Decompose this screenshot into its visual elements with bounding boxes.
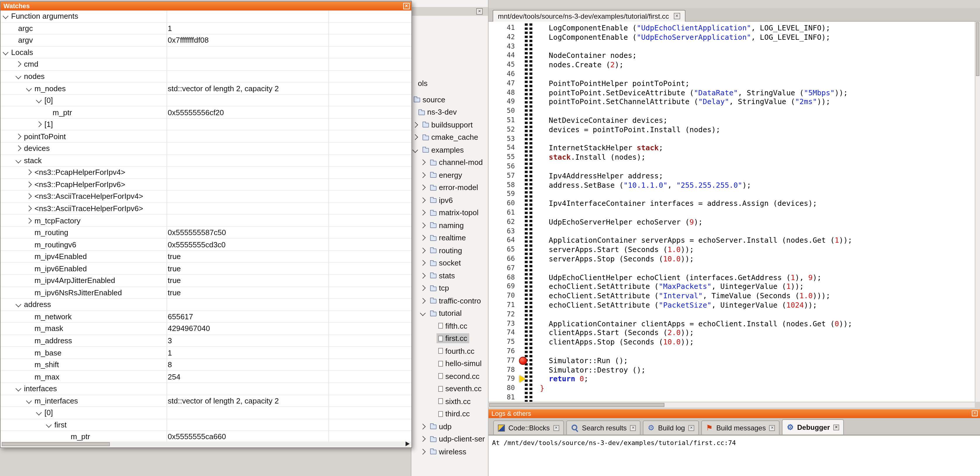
watch-row[interactable]: m_ptr0x55555556cf20: [1, 107, 411, 119]
line-number[interactable]: 63: [488, 227, 519, 236]
watch-row[interactable]: m_routingv60x5555555cd3c0: [1, 239, 411, 251]
line-number[interactable]: 73: [488, 319, 519, 328]
chevron-right-icon[interactable]: [420, 285, 426, 291]
code-line[interactable]: 66 serverApps.Stop (Seconds (10.0));: [488, 254, 975, 264]
tree-item[interactable]: tcp: [411, 282, 488, 294]
watch-row[interactable]: <ns3::AsciiTraceHelperForIpv6>: [1, 203, 411, 215]
watch-row[interactable]: m_mask4294967040: [1, 323, 411, 335]
chevron-right-icon[interactable]: [420, 273, 426, 278]
watch-row[interactable]: m_interfacesstd::vector of length 2, cap…: [1, 395, 411, 407]
close-icon[interactable]: ×: [688, 425, 694, 431]
chevron-down-icon[interactable]: [36, 97, 42, 103]
chevron-right-icon[interactable]: [26, 182, 32, 187]
chevron-right-icon[interactable]: [412, 121, 418, 128]
watch-row[interactable]: [1]: [1, 119, 411, 131]
watch-row[interactable]: <ns3::AsciiTraceHelperForIpv4>: [1, 191, 411, 203]
chevron-right-icon[interactable]: [420, 172, 426, 178]
tree-item[interactable]: ns-3-dev: [411, 106, 488, 118]
line-number[interactable]: 75: [488, 337, 519, 347]
code-line[interactable]: 57 Ipv4AddressHelper address;: [488, 171, 975, 181]
tree-item[interactable]: routing: [411, 244, 488, 256]
code-line[interactable]: 45 nodes.Create (2);: [488, 60, 975, 70]
watch-row[interactable]: stack: [1, 155, 411, 167]
code-line[interactable]: 79 return 0;: [488, 375, 975, 384]
line-number[interactable]: 48: [488, 88, 519, 97]
code-line[interactable]: 70 echoClient.SetAttribute ("Interval", …: [488, 291, 975, 300]
tree-item[interactable]: error-model: [411, 182, 488, 193]
line-number[interactable]: 41: [488, 23, 519, 33]
tree-item[interactable]: stats: [411, 270, 488, 281]
watch-row[interactable]: pointToPoint: [1, 131, 411, 143]
code-line[interactable]: 74 clientApps.Start (Seconds (2.0));: [488, 328, 975, 338]
watch-row[interactable]: m_network655617: [1, 311, 411, 323]
watch-row[interactable]: cmd: [1, 59, 411, 70]
watch-row[interactable]: m_nodesstd::vector of length 2, capacity…: [1, 83, 411, 95]
line-number[interactable]: 77: [488, 356, 519, 366]
code-line[interactable]: 44 NodeContainer nodes;: [488, 51, 975, 61]
chevron-right-icon[interactable]: [420, 197, 426, 203]
editor-tab[interactable]: mnt/dev/tools/source/ns-3-dev/examples/t…: [493, 10, 686, 22]
line-number[interactable]: 43: [488, 42, 519, 51]
editor-vertical-scrollbar[interactable]: [975, 22, 980, 402]
chevron-right-icon[interactable]: [420, 260, 426, 266]
code-line[interactable]: 52 devices = pointToPoint.Install (nodes…: [488, 125, 975, 134]
close-icon[interactable]: ×: [972, 411, 978, 416]
code-line[interactable]: 75 clientApps.Stop (Seconds (10.0));: [488, 337, 975, 347]
line-number[interactable]: 46: [488, 70, 519, 79]
watch-row[interactable]: Locals: [1, 46, 411, 59]
chevron-down-icon[interactable]: [46, 422, 52, 428]
tree-item[interactable]: source: [411, 94, 488, 105]
code-line[interactable]: 78 Simulator::Destroy ();: [488, 365, 975, 375]
line-number[interactable]: 71: [488, 300, 519, 310]
tree-item[interactable]: second.cc: [411, 370, 488, 382]
code-line[interactable]: 49 pointToPoint.SetChannelAttribute ("De…: [488, 97, 975, 107]
code-line[interactable]: 60 Ipv4InterfaceContainer interfaces = a…: [488, 199, 975, 208]
code-line[interactable]: 76: [488, 347, 975, 356]
code-line[interactable]: 80}: [488, 383, 975, 393]
code-line[interactable]: 67: [488, 264, 975, 273]
close-icon[interactable]: ×: [833, 424, 839, 430]
watch-row[interactable]: first: [1, 419, 411, 431]
code-line[interactable]: 68 UdpEchoClientHelper echoClient (inter…: [488, 273, 975, 282]
chevron-down-icon[interactable]: [16, 302, 21, 308]
tree-item[interactable]: examples: [411, 144, 488, 155]
line-number[interactable]: 76: [488, 347, 519, 356]
code-line[interactable]: 73 ApplicationContainer clientApps = ech…: [488, 319, 975, 328]
chevron-right-icon[interactable]: [26, 217, 32, 224]
watches-horizontal-scrollbar[interactable]: [1, 441, 411, 447]
watch-row[interactable]: argv0x7fffffffdf08: [1, 35, 411, 46]
line-number[interactable]: 64: [488, 236, 519, 245]
chevron-down-icon[interactable]: [412, 147, 418, 153]
tab-code-blocks[interactable]: Code::Blocks×: [493, 420, 564, 434]
code-line[interactable]: 77 Simulator::Run ();: [488, 356, 975, 366]
code-editor[interactable]: 41 LogComponentEnable ("UdpEchoClientApp…: [488, 22, 975, 402]
code-line[interactable]: 59: [488, 190, 975, 199]
chevron-right-icon[interactable]: [420, 184, 426, 190]
code-line[interactable]: 53: [488, 134, 975, 144]
tab-build-log[interactable]: ⚙Build log×: [643, 420, 699, 434]
tree-item[interactable]: tutorial: [411, 307, 488, 319]
watch-row[interactable]: devices: [1, 143, 411, 155]
watch-row[interactable]: argc1: [1, 22, 411, 35]
tree-item[interactable]: ipv6: [411, 194, 488, 206]
chevron-down-icon[interactable]: [36, 410, 42, 416]
close-icon[interactable]: ×: [553, 425, 559, 431]
line-number[interactable]: 42: [488, 33, 519, 42]
code-line[interactable]: 51 NetDeviceContainer devices;: [488, 116, 975, 125]
code-line[interactable]: 62 UdpEchoServerHelper echoServer (9);: [488, 217, 975, 227]
watch-row[interactable]: m_ipv6NsRsJitterEnabledtrue: [1, 287, 411, 299]
line-number[interactable]: 62: [488, 217, 519, 227]
tree-item[interactable]: wireless: [411, 446, 488, 457]
code-line[interactable]: 61: [488, 208, 975, 217]
tree-item[interactable]: fourth.cc: [411, 345, 488, 357]
code-line[interactable]: 69 echoClient.SetAttribute ("MaxPackets"…: [488, 282, 975, 292]
code-line[interactable]: 43: [488, 42, 975, 51]
chevron-right-icon[interactable]: [26, 206, 32, 211]
chevron-right-icon[interactable]: [420, 235, 426, 241]
scrollbar-handle[interactable]: [489, 403, 665, 407]
tab-debugger[interactable]: ⚙Debugger×: [782, 419, 844, 434]
code-line[interactable]: 64 ApplicationContainer serverApps = ech…: [488, 236, 975, 245]
line-number[interactable]: 44: [488, 51, 519, 61]
watches-title-bar[interactable]: Watches ×: [1, 2, 411, 11]
tree-item[interactable]: hello-simul: [411, 358, 488, 369]
